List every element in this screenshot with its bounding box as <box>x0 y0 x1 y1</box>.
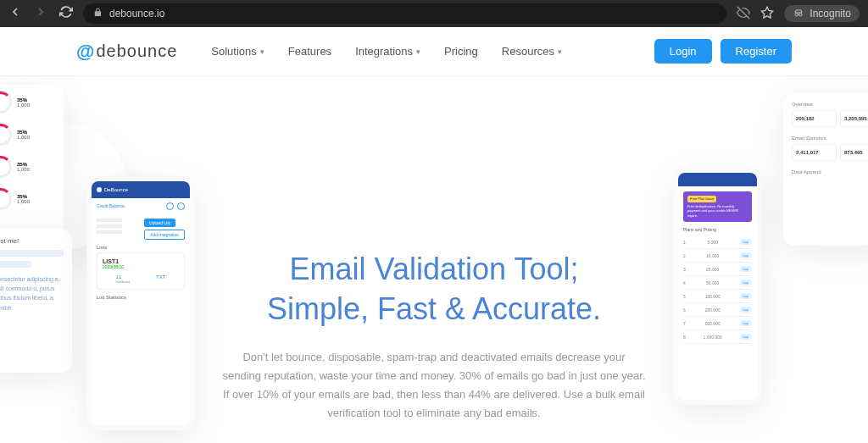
title-line-1: Email Validation Tool; <box>290 252 579 286</box>
mockup-gauges: 35%1,000 35%1,000 35%1,000 35%1,000 <box>0 85 64 246</box>
register-button[interactable]: Register <box>721 39 792 64</box>
hero-description: Don't let bounce, disposable, spam-trap … <box>205 348 663 423</box>
refresh-icon <box>166 202 174 210</box>
svg-point-1 <box>799 13 803 16</box>
incognito-badge[interactable]: Incognito <box>784 5 860 22</box>
star-icon[interactable] <box>760 6 774 22</box>
lock-icon <box>93 8 103 19</box>
site-header: @ debounce Solutions ▾ Features Integrat… <box>0 27 868 76</box>
back-icon[interactable] <box>8 5 22 22</box>
nav-label: Solutions <box>211 45 256 58</box>
nav-features[interactable]: Features <box>288 45 331 58</box>
mockup-stats-card: Overview 205,182 3,205,555 Email Statist… <box>783 93 868 246</box>
login-button[interactable]: Login <box>654 39 712 64</box>
nav-label: Resources <box>502 45 554 58</box>
browser-toolbar: debounce.io Incognito <box>0 0 868 27</box>
nav-solutions[interactable]: Solutions ▾ <box>211 45 264 58</box>
nav-label: Features <box>288 45 331 58</box>
mockup-phone-pricing: Free Plan boost Free deduplication. No m… <box>673 168 762 405</box>
hero-title: Email Validation Tool; Simple, Fast & Ac… <box>205 250 663 329</box>
chevron-down-icon: ▾ <box>416 47 420 56</box>
gear-icon <box>177 202 185 210</box>
mockup-text-card: er, trust me! em, consectetur adipiscing… <box>0 229 72 373</box>
mockup-card-text: em, consectetur adipiscing e, dolor sit … <box>0 274 64 313</box>
logo[interactable]: @ debounce <box>76 41 177 63</box>
logo-text: debounce <box>96 42 177 61</box>
chevron-down-icon: ▾ <box>260 47 264 56</box>
url-bar[interactable]: debounce.io <box>83 3 726 24</box>
incognito-label: Incognito <box>810 8 851 19</box>
url-text: debounce.io <box>109 8 164 19</box>
nav-label: Integrations <box>355 45 413 58</box>
mockup-phone-dashboard: DeBounce Credit Balance: Upload List Add… <box>86 176 195 430</box>
chevron-down-icon: ▾ <box>558 47 562 56</box>
logo-at-symbol: @ <box>76 41 94 63</box>
eye-off-icon[interactable] <box>737 6 750 22</box>
phone-brand: DeBounce <box>104 187 128 192</box>
mockup-card-title: er, trust me! <box>0 237 64 245</box>
nav-integrations[interactable]: Integrations ▾ <box>355 45 420 58</box>
hero-section: 35%1,000 35%1,000 35%1,000 35%1,000 er, … <box>0 76 868 443</box>
nav-pricing[interactable]: Pricing <box>444 45 478 58</box>
title-line-2: Simple, Fast & Accurate. <box>267 291 601 326</box>
forward-icon[interactable] <box>34 5 47 22</box>
nav-label: Pricing <box>444 45 478 58</box>
nav-resources[interactable]: Resources ▾ <box>502 45 562 58</box>
reload-icon[interactable] <box>59 5 73 22</box>
svg-point-0 <box>795 13 798 16</box>
